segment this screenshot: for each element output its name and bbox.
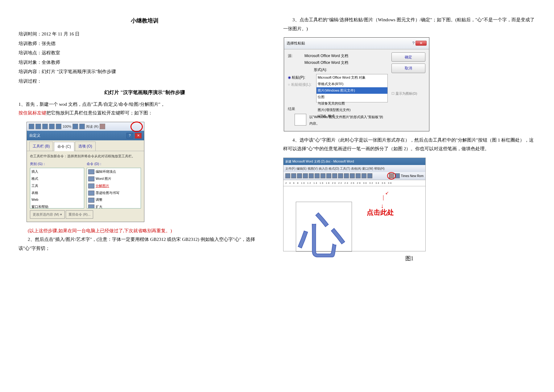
toolbar-icon bbox=[309, 173, 314, 178]
fig3-annotation: 点击此处 bbox=[367, 206, 394, 219]
command-icon bbox=[88, 191, 94, 196]
command-item[interactable]: 分解图片 bbox=[87, 182, 141, 189]
step1-line-a: 1、首先，新建一个 wod 文档，点击"工具/自定义/命令/绘图/分解图片"， bbox=[19, 100, 271, 109]
tab-commands[interactable]: 命令 (C) bbox=[54, 142, 74, 151]
meta-time-value: 2012 年 11 月 16 日 bbox=[42, 31, 80, 36]
toolbar-icon bbox=[291, 173, 296, 178]
fig2-result-text: 以"Windows 图元文件图片"的形式插入"剪贴板"的内容。 bbox=[309, 114, 387, 127]
left-column: 小继教培训 培训时间：2012 年 11 月 16 日 培训教师：张先德 培训地… bbox=[19, 15, 271, 268]
close-button[interactable]: ✕ bbox=[135, 133, 142, 138]
meta-place-label: 培训地点： bbox=[19, 50, 42, 55]
category-item[interactable]: 插入 bbox=[30, 168, 84, 175]
fig2-title: 选择性粘贴 bbox=[287, 40, 305, 47]
toolbar-icon bbox=[29, 124, 34, 129]
disassemble-picture-icon[interactable] bbox=[100, 124, 105, 129]
meta-process: 培训过程： bbox=[19, 77, 271, 86]
figure1: 100% 阅读 (R) 自定义 ? ✕ 工具栏 (B) 命令 (C) 选项 (O… bbox=[27, 122, 144, 222]
toolbar-icon bbox=[332, 173, 337, 178]
paste-format-option[interactable]: Microsoft Office Word 文档 对象 bbox=[316, 74, 387, 81]
command-item[interactable]: 编辑环绕顶点 bbox=[87, 168, 141, 175]
tab-options[interactable]: 选项 (O) bbox=[75, 142, 96, 151]
fig1-body: 在工具栏中添加新命令：选择类别并将命令从此对话框拖放至工具栏。 类别 (G)： … bbox=[27, 151, 144, 222]
meta-target-value: 全体教师 bbox=[42, 60, 60, 65]
toolbar-icon bbox=[350, 173, 355, 178]
toolbar-icon bbox=[320, 173, 325, 178]
fig2-link-radio[interactable]: ○ 粘贴链接(L): bbox=[288, 81, 315, 88]
fig3-toolbar: Times New Rom bbox=[283, 172, 425, 180]
change-selection-button[interactable]: 更改所选内容 (M) ▾ bbox=[30, 210, 65, 219]
arrow-icon: ↙ bbox=[385, 189, 389, 197]
rearrange-button[interactable]: 重排命令 (R)... bbox=[66, 210, 93, 219]
fig3-canvas: 心 ↙ │ ↓ 点击此处 bbox=[283, 186, 425, 251]
fig2-titlebar: 选择性粘贴 ? ✕ bbox=[284, 38, 429, 49]
command-icon bbox=[88, 184, 94, 188]
fig3-menubar[interactable]: 文件(F) 编辑(E) 视图(V) 插入(I) 格式(O) 工具(T) 表格(A… bbox=[283, 165, 425, 172]
fig2-format-list[interactable]: Microsoft Office Word 文档 对象带格式文本(RTF)图片(… bbox=[316, 74, 388, 102]
fig1-tabs: 工具栏 (B) 命令 (C) 选项 (O) bbox=[27, 140, 144, 151]
meta-content-label: 培训内容： bbox=[19, 69, 42, 74]
show-as-icon-checkbox[interactable]: ☐ 显示为图标(D) bbox=[391, 90, 425, 97]
toolbar-icon bbox=[285, 173, 290, 178]
paste-format-option[interactable]: 与设备无关的位图 bbox=[316, 100, 387, 107]
paste-format-option[interactable]: 图片(増强型图元文件) bbox=[316, 107, 387, 113]
meta-content: 培训内容：幻灯片 "汉字笔画顺序演示"制作步骤 bbox=[19, 67, 271, 76]
fig1-toolbar: 100% 阅读 (R) bbox=[27, 122, 144, 131]
category-item[interactable]: 工具 bbox=[30, 182, 84, 189]
ok-button[interactable]: 确定 bbox=[391, 52, 425, 62]
help-button[interactable]: ? bbox=[412, 41, 414, 45]
help-button[interactable]: ? bbox=[126, 133, 133, 138]
subtitle: 幻灯片 "汉字笔画顺序演示"制作步骤 bbox=[19, 88, 271, 97]
fig1-command-list[interactable]: 编辑环绕顶点Word 图片分解图片墨迹绘图与书写调整扩大 bbox=[87, 168, 141, 208]
paste-format-option[interactable]: 带格式文本(RTF) bbox=[316, 81, 387, 87]
toolbar-icon bbox=[72, 124, 78, 129]
command-icon bbox=[88, 176, 94, 181]
category-item[interactable]: 表格 bbox=[30, 189, 84, 196]
command-item[interactable]: 墨迹绘图与书写 bbox=[87, 189, 141, 196]
fig1-right-label: 命令 (D)： bbox=[87, 161, 141, 167]
cancel-button[interactable]: 取消 bbox=[391, 64, 425, 73]
paste-format-option[interactable]: 图片(Windows 图元文件) bbox=[316, 87, 387, 94]
fig1-dialog-title: 自定义 bbox=[29, 132, 40, 139]
reading-mode-label: 阅读 (R) bbox=[86, 123, 98, 130]
step3: 3、点击工具栏的"编辑/选择性粘贴/图片（Windows 图元文件）/确定"；如… bbox=[283, 15, 535, 33]
command-item[interactable]: Word 图片 bbox=[87, 175, 141, 182]
close-button[interactable]: ✕ bbox=[416, 41, 427, 46]
clipboard-icon bbox=[295, 114, 306, 126]
toolbar-icon bbox=[297, 173, 302, 178]
tab-toolbars[interactable]: 工具栏 (B) bbox=[29, 142, 53, 151]
fig1-category-list[interactable]: 插入格式工具表格Web窗口和帮助绘图自选图形边框邮件合并窗体 bbox=[30, 168, 84, 208]
paste-format-option[interactable]: 位图 bbox=[316, 94, 387, 100]
fig1-left-label: 类别 (G)： bbox=[30, 161, 84, 167]
meta-place: 培训地点：远程教室 bbox=[19, 48, 271, 57]
command-icon bbox=[88, 198, 94, 203]
figure1-wrap: 100% 阅读 (R) 自定义 ? ✕ 工具栏 (B) 命令 (C) 选项 (O… bbox=[19, 122, 271, 222]
command-item[interactable]: 扩大 bbox=[87, 203, 141, 208]
category-item[interactable]: 格式 bbox=[30, 175, 84, 182]
step1-b-tail: 把它拖放到工具栏任意位置松开左键即可；如下图： bbox=[46, 110, 153, 115]
command-icon bbox=[88, 169, 94, 174]
command-item[interactable]: 调整 bbox=[87, 196, 141, 203]
category-item[interactable]: Web bbox=[30, 196, 84, 203]
step2: 2、然后点击"插入/图片/艺术字"，(注意：字体一定要用楷体 GB2312 或仿… bbox=[19, 235, 271, 253]
toolbar-icon bbox=[315, 173, 320, 178]
figure2: 选择性粘贴 ? ✕ 源: Microsoft Office Word 文档 Mi… bbox=[284, 37, 429, 131]
fig1-instruction: 在工具栏中添加新命令：选择类别并将命令从此对话框拖放至工具栏。 bbox=[30, 153, 141, 159]
figure3: 新建 Microsoft Word 文档 (2).doc - Microsoft… bbox=[283, 158, 426, 251]
font-family-display: Times New Rom bbox=[401, 173, 424, 179]
toolbar-icon bbox=[303, 173, 308, 178]
red-circle-annotation bbox=[387, 172, 396, 179]
category-item[interactable]: 窗口和帮助 bbox=[30, 203, 84, 208]
toolbar-icon bbox=[362, 173, 366, 178]
figure3-wrap: 新建 Microsoft Word 文档 (2).doc - Microsoft… bbox=[283, 158, 535, 264]
page-title: 小继教培训 bbox=[19, 15, 271, 26]
fig2-paste-radio[interactable]: ◉ 粘贴(P): bbox=[288, 74, 315, 81]
zoom-value: 100% bbox=[63, 123, 71, 130]
fig3-window-title: 新建 Microsoft Word 文档 (2).doc - Microsoft… bbox=[283, 158, 425, 165]
xin-character-image[interactable]: 心 bbox=[299, 192, 345, 280]
toolbar-icon bbox=[49, 124, 55, 129]
meta-target: 培训对象：全体教师 bbox=[19, 58, 271, 67]
toolbar-icon bbox=[56, 124, 61, 129]
right-column: 3、点击工具栏的"编辑/选择性粘贴/图片（Windows 图元文件）/确定"；如… bbox=[283, 15, 535, 268]
meta-time: 培训时间：2012 年 11 月 16 日 bbox=[19, 30, 271, 39]
toolbar-icon bbox=[344, 173, 349, 178]
